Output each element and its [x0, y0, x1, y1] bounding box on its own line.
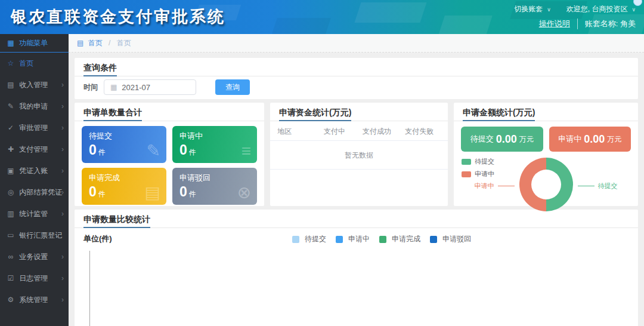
breadcrumb: ▤ 首页 / 首页 — [69, 34, 644, 53]
chevron-down-icon: ∨ — [631, 7, 636, 13]
cross-icon: ✚ — [7, 139, 15, 160]
legend-item[interactable]: 申请完成 — [379, 234, 420, 244]
switch-account-dropdown[interactable]: 切换账套 ∨ — [514, 4, 551, 14]
main-content: 查询条件 时间 ▦ 2021-07 查询 申请单数量合计 待提交 0件 ✎ — [69, 53, 644, 326]
sidebar-item-my-applications[interactable]: ✎ 我的申请 › — [0, 96, 69, 117]
donut-chart-area: 待提交 申请中 申请中 待提交 — [454, 155, 638, 212]
sidebar-item-system-management[interactable]: ⚙ 系统管理 › — [0, 289, 69, 310]
column-header: 地区 — [277, 127, 313, 137]
y-axis-unit-label: 单位(件) — [83, 234, 112, 243]
sidebar-item-business-settings[interactable]: ∞ 业务设置 › — [0, 246, 69, 267]
floating-helper-dot[interactable] — [633, 0, 642, 6]
grid-menu-icon: ▦ — [7, 34, 15, 53]
star-icon: ☆ — [7, 53, 15, 74]
stat-card-completed[interactable]: 申请完成 0件 ▤ — [82, 168, 166, 205]
sidebar-item-payment[interactable]: ✚ 支付管理 › — [0, 139, 69, 160]
decor-shape — [354, 2, 426, 23]
sidebar-item-home[interactable]: ☆ 首页 — [0, 53, 69, 74]
count-section-title: 申请单数量合计 — [83, 107, 142, 121]
donut-legend: 待提交 申请中 — [462, 157, 494, 182]
legend-swatch-red — [462, 171, 471, 177]
time-label: 时间 — [83, 82, 98, 93]
chevron-right-icon: › — [61, 289, 64, 310]
legend-swatch-green — [379, 236, 386, 243]
comparison-legend: 待提交 申请中 申请完成 申请驳回 — [292, 234, 481, 244]
sidebar: ▦ 功能菜单 ☆ 首页 ▤ 收入管理 › ✎ 我的申请 › ✓ 审批管理 › ✚… — [0, 34, 69, 326]
target-icon: ◎ — [7, 182, 15, 203]
bar-chart-icon: ▥ — [7, 203, 15, 224]
sidebar-item-log-management[interactable]: ☑ 日志管理 › — [0, 267, 69, 289]
search-button[interactable]: 查询 — [215, 79, 250, 95]
empty-table-placeholder: 暂无数据 — [270, 141, 448, 170]
callout-line — [578, 186, 595, 186]
legend-item[interactable]: 申请中 — [336, 234, 370, 244]
sidebar-item-bank-draft[interactable]: ▭ 银行汇票登记 — [0, 224, 69, 246]
briefcase-icon: ▣ — [7, 160, 15, 182]
stat-card-in-progress[interactable]: 申请中 0件 ≡ — [172, 126, 257, 163]
link-icon: ∞ — [7, 246, 15, 267]
badge-inprogress-amount: 申请中 0.00 万元 — [549, 127, 631, 152]
list-check-icon: ≡ — [242, 142, 251, 161]
header-right: 切换账套 ∨ 欢迎您, 台商投资区 ∨ 操作说明 账套名称: 角美 — [514, 2, 636, 31]
legend-swatch-green — [462, 159, 471, 165]
column-header: 支付中 — [313, 127, 355, 137]
stat-card-pending-submit[interactable]: 待提交 0件 ✎ — [82, 126, 166, 163]
donut-callout-right: 待提交 — [598, 182, 618, 190]
chevron-right-icon: › — [61, 267, 64, 289]
sidebar-item-statistics[interactable]: ▥ 统计监管 › — [0, 203, 69, 224]
comparison-section-title: 申请数量比较统计 — [83, 214, 150, 228]
table-header-row: 地区 支付中 支付成功 支付失败 — [270, 123, 448, 141]
comparison-chart-panel: 申请数量比较统计 单位(件) 待提交 申请中 申请完成 申请驳回 — [75, 210, 638, 326]
pencil-icon: ✎ — [7, 96, 15, 117]
stat-card-rejected[interactable]: 申请驳回 0件 ⊗ — [172, 168, 257, 205]
donut-chart[interactable] — [519, 158, 573, 211]
calendar-icon: ▦ — [110, 83, 117, 91]
decor-shape — [438, 16, 493, 34]
sidebar-item-voucher-entry[interactable]: ▣ 凭证入账 › — [0, 160, 69, 182]
amount-section-title: 申请金额统计(万元) — [463, 107, 535, 121]
note-icon: ☑ — [7, 267, 15, 289]
account-name-label: 账套名称: 角美 — [577, 19, 636, 29]
sidebar-item-approval[interactable]: ✓ 审批管理 › — [0, 117, 69, 139]
month-picker-input[interactable]: ▦ 2021-07 — [104, 79, 196, 95]
chevron-right-icon: › — [61, 96, 64, 117]
app-title: 银农直联资金支付审批系统 — [11, 6, 225, 27]
legend-item[interactable]: 待提交 — [292, 234, 326, 244]
document-icon: ▤ — [7, 74, 15, 96]
query-section-title: 查询条件 — [83, 63, 117, 76]
column-header: 支付失败 — [398, 127, 441, 137]
chevron-right-icon: › — [61, 117, 64, 139]
chevron-right-icon: › — [61, 182, 64, 203]
month-picker-value: 2021-07 — [122, 83, 150, 92]
check-icon: ✓ — [7, 117, 15, 139]
chevron-right-icon: › — [61, 203, 64, 224]
application-count-panel: 申请单数量合计 待提交 0件 ✎ 申请中 0件 ≡ 申请完成 0件 ▤ — [75, 103, 264, 206]
sidebar-menu-header: ▦ 功能菜单 — [0, 34, 69, 53]
welcome-user-dropdown[interactable]: 欢迎您, 台商投资区 ∨ — [566, 4, 636, 14]
legend-item[interactable]: 申请驳回 — [430, 234, 471, 244]
edit-document-icon: ✎ — [147, 141, 160, 161]
document-reject-icon: ⊗ — [237, 183, 251, 202]
document-icon: ▤ — [145, 183, 160, 202]
sidebar-item-income[interactable]: ▤ 收入管理 › — [0, 74, 69, 96]
chevron-right-icon: › — [61, 139, 64, 160]
legend-swatch-darkblue — [430, 236, 437, 243]
operation-guide-link[interactable]: 操作说明 — [539, 19, 577, 29]
decor-shape — [271, 18, 331, 34]
app-header: 银农直联资金支付审批系统 切换账套 ∨ 欢迎您, 台商投资区 ∨ 操作说明 账套… — [0, 0, 644, 34]
card-icon: ▭ — [7, 224, 15, 246]
gear-icon: ⚙ — [7, 289, 15, 310]
chevron-down-icon: ∨ — [547, 7, 551, 13]
chevron-right-icon: › — [61, 246, 64, 267]
breadcrumb-current: 首页 — [117, 39, 131, 47]
fund-section-title: 申请资金统计(万元) — [279, 107, 351, 121]
callout-line — [498, 186, 515, 186]
legend-swatch-lightblue — [292, 236, 299, 243]
query-panel: 查询条件 时间 ▦ 2021-07 查询 — [75, 58, 638, 99]
chevron-right-icon: › — [61, 74, 64, 96]
column-header: 支付成功 — [356, 127, 398, 137]
breadcrumb-home-link[interactable]: 首页 — [88, 39, 103, 47]
bar-chart-plot-area[interactable] — [89, 251, 633, 326]
fund-stats-panel: 申请资金统计(万元) 地区 支付中 支付成功 支付失败 暂无数据 — [270, 103, 448, 206]
sidebar-item-internal-settlement[interactable]: ◎ 内部结算凭证 › — [0, 182, 69, 203]
